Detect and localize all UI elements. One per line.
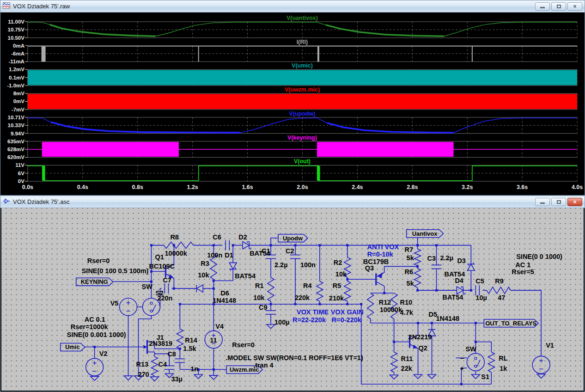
component-label[interactable]: D3 — [457, 257, 466, 264]
component-label[interactable]: 10k — [198, 271, 209, 279]
component-label[interactable]: BC109C — [149, 263, 175, 270]
component-label[interactable]: R10 — [400, 299, 413, 306]
component-label[interactable]: C6 — [213, 233, 221, 241]
component-label[interactable]: V2 — [99, 350, 108, 357]
component-label[interactable]: 10k — [253, 294, 265, 301]
sym-cap[interactable] — [290, 255, 300, 258]
component-label[interactable]: 100µ — [274, 318, 289, 326]
waveform-canvas[interactable]: 11.00V10.75V10.50VV(uantivox)0mA-6mA-11m… — [1, 12, 584, 194]
component-label[interactable]: R9 — [495, 277, 504, 285]
component-label[interactable]: D1 — [225, 251, 233, 259]
component-label[interactable]: Rser=1000k — [71, 323, 109, 331]
wave-pane-2[interactable]: 1.2mV0.1mV-1.0mVV(umic) — [7, 62, 577, 88]
schematic-titlebar[interactable]: VOX Dziadek 75'.asc × — [0, 196, 585, 208]
wave-pane-6[interactable]: 11V6V0VV(out) — [15, 158, 577, 184]
sym-res[interactable] — [177, 329, 183, 349]
component-label[interactable]: SINE(0 0 1000) — [516, 253, 562, 260]
component-label[interactable]: C7 — [163, 276, 171, 284]
sym-gnd[interactable] — [471, 374, 480, 379]
component-label[interactable]: R5 — [333, 282, 341, 289]
component-label[interactable]: Q2 — [419, 344, 427, 352]
trace-label[interactable]: V(uwzm.mic) — [285, 86, 320, 93]
component-label[interactable]: .MODEL SW SW(RON=0.1 ROFF=1E6 VT=1) — [225, 354, 363, 361]
sym-res[interactable] — [367, 293, 374, 319]
sym-gnd[interactable] — [414, 374, 422, 379]
sym-vsrc[interactable] — [532, 356, 550, 374]
component-label[interactable]: 10000k — [165, 250, 187, 257]
component-label[interactable]: AC 1 — [515, 261, 530, 269]
component-label[interactable]: R=0-220k — [332, 316, 362, 324]
component-label[interactable]: 100n — [207, 251, 222, 259]
component-label[interactable]: V1 — [546, 342, 554, 349]
component-label[interactable]: ANTI VOX — [367, 243, 399, 251]
sym-res[interactable] — [317, 281, 323, 301]
component-label[interactable]: 100n — [300, 261, 316, 269]
trace-label[interactable]: V(out) — [294, 158, 311, 165]
component-label[interactable]: SINE(0 100 0.5 100m) — [82, 267, 149, 275]
restore-button[interactable] — [551, 198, 566, 206]
component-label[interactable]: SW — [142, 283, 153, 290]
component-label[interactable]: AC 0.1 — [85, 316, 105, 323]
component-label[interactable]: 10k — [335, 270, 347, 278]
component-label[interactable]: 4.7k — [400, 309, 414, 316]
component-label[interactable]: R1 — [255, 282, 264, 289]
component-label[interactable]: R4 — [303, 282, 312, 289]
sym-gnd[interactable] — [124, 376, 133, 380]
component-label[interactable]: 1.5k — [183, 345, 196, 352]
component-label[interactable]: C5 — [475, 277, 484, 285]
component-label[interactable]: 2.2µ — [440, 254, 453, 262]
component-label[interactable]: 2N2219 — [408, 333, 432, 341]
component-label[interactable]: Q3 — [365, 264, 374, 272]
trace-label[interactable]: V(upodw) — [289, 110, 316, 117]
component-label[interactable]: C9 — [259, 304, 268, 311]
sym-vsrc[interactable] — [120, 298, 137, 316]
component-label[interactable]: R6 — [405, 268, 414, 276]
sym-res[interactable] — [414, 249, 421, 266]
trace-label[interactable]: V(umic) — [292, 62, 313, 69]
component-label[interactable]: 10000k — [380, 306, 402, 313]
component-label[interactable]: 47 — [498, 294, 505, 301]
component-label[interactable]: − — [460, 355, 463, 362]
component-label[interactable]: 1N4148 — [436, 315, 460, 322]
component-label[interactable]: Q1 — [155, 253, 164, 261]
component-label[interactable]: Rser=0 — [87, 257, 110, 264]
component-label[interactable]: 2.2µ — [274, 261, 287, 269]
sym-res[interactable] — [164, 242, 193, 249]
waveform-titlebar[interactable]: VOX Dziadek 75'.raw × — [0, 0, 585, 12]
sym-cap[interactable] — [225, 240, 229, 251]
component-label[interactable]: R14 — [185, 337, 197, 344]
component-label[interactable]: R=22-220k — [292, 316, 326, 324]
component-label[interactable]: VOX TIME — [297, 308, 329, 316]
net-flag-out_to_relays[interactable]: OUT_TO_RELAYS — [484, 319, 538, 327]
sym-dio[interactable] — [457, 287, 465, 294]
component-label[interactable]: C4 — [158, 361, 167, 368]
net-flag-uantivox[interactable]: Uantivox — [407, 230, 444, 238]
component-label[interactable]: .tran 4 — [253, 361, 273, 369]
component-label[interactable]: C8 — [167, 350, 176, 358]
component-label[interactable]: 210k — [329, 294, 344, 302]
component-label[interactable]: C2 — [286, 247, 294, 255]
sym-dio[interactable] — [467, 262, 475, 270]
sym-res[interactable] — [151, 356, 158, 376]
sym-dio[interactable] — [229, 263, 237, 271]
net-flag-umic[interactable]: Umic — [61, 343, 85, 351]
sym-gnd[interactable] — [428, 374, 436, 379]
sym-gnd[interactable] — [390, 375, 398, 379]
sym-res[interactable] — [414, 268, 421, 288]
component-label[interactable]: R2 — [334, 259, 342, 266]
component-label[interactable]: 5k — [407, 280, 414, 287]
component-label[interactable]: BAT54 — [235, 272, 256, 280]
wave-pane-5[interactable]: 635mV628mV620mVV(keyning) — [7, 135, 577, 160]
component-label[interactable]: Rser=0 — [232, 341, 255, 349]
component-label[interactable]: R12 — [379, 299, 391, 306]
component-label[interactable]: 220k — [295, 294, 310, 301]
component-label[interactable]: 270 — [138, 371, 149, 378]
sym-gnd[interactable] — [537, 374, 545, 378]
component-label[interactable]: VOX GAIN — [331, 308, 364, 316]
component-label[interactable]: 33µ — [171, 375, 182, 383]
sym-vsrc[interactable] — [86, 358, 104, 376]
sym-cap[interactable] — [432, 265, 442, 269]
component-label[interactable]: R11 — [401, 355, 413, 362]
component-label[interactable]: C1 — [262, 247, 270, 255]
sym-res[interactable] — [268, 277, 274, 301]
